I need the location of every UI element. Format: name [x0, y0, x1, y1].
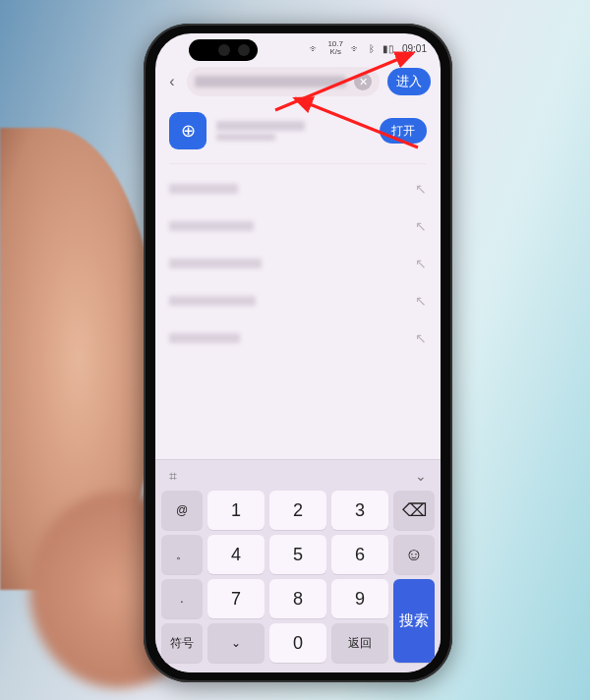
- key-4[interactable]: 4: [207, 535, 265, 574]
- fill-icon[interactable]: ↖: [415, 218, 427, 234]
- suggestion-text: [169, 333, 240, 343]
- key-5[interactable]: 5: [269, 535, 326, 574]
- search-bar: ‹ ✕ 进入: [165, 67, 431, 96]
- search-input[interactable]: [195, 76, 346, 88]
- kb-collapse-icon[interactable]: ⌄: [415, 468, 427, 485]
- suggestion-row[interactable]: ↖: [169, 320, 427, 357]
- key-backspace[interactable]: ⌫: [393, 491, 435, 530]
- clock: 09:01: [402, 43, 427, 54]
- hand-holding-phone: [0, 128, 157, 590]
- bt-icon: ᛒ: [369, 43, 375, 54]
- key-0[interactable]: 0: [269, 623, 326, 663]
- keyboard: ⌗ ⌄ @ 1 2 3 ⌫ 。 4 5 6 ☺ . 7 8 9 搜索 符号 ⌄: [155, 459, 441, 672]
- phone-frame: ᯤ 10.7 K/s ᯤ ᛒ ▮▯ 09:01 ‹ ✕ 进入 ⊕ 打开: [144, 24, 452, 682]
- key-dot[interactable]: .: [161, 579, 203, 618]
- key-search[interactable]: 搜索: [393, 579, 435, 663]
- key-return[interactable]: 返回: [331, 623, 388, 663]
- suggestion-row[interactable]: ↖: [169, 170, 427, 207]
- key-2[interactable]: 2: [269, 491, 326, 530]
- app-meta: [216, 118, 370, 144]
- fill-icon[interactable]: ↖: [415, 293, 427, 309]
- suggestion-row[interactable]: ↖: [169, 245, 427, 282]
- enter-button[interactable]: 进入: [387, 68, 431, 95]
- fill-icon[interactable]: ↖: [415, 330, 427, 346]
- clear-icon[interactable]: ✕: [354, 73, 372, 90]
- suggestion-text: [169, 184, 238, 194]
- suggestion-text: [169, 221, 254, 231]
- key-9[interactable]: 9: [331, 579, 388, 618]
- key-7[interactable]: 7: [207, 579, 265, 618]
- suggestions-list: ↖ ↖ ↖ ↖ ↖: [155, 164, 441, 357]
- result-subtitle: [216, 134, 275, 141]
- suggestion-row[interactable]: ↖: [169, 282, 427, 320]
- key-3[interactable]: 3: [331, 491, 388, 530]
- key-emoji[interactable]: ☺: [393, 535, 435, 574]
- app-icon: ⊕: [169, 112, 206, 149]
- key-6[interactable]: 6: [331, 535, 388, 574]
- fill-icon[interactable]: ↖: [415, 256, 427, 271]
- key-at[interactable]: @: [161, 491, 203, 530]
- fill-icon[interactable]: ↖: [415, 181, 427, 197]
- key-mic[interactable]: ⌄: [207, 623, 265, 663]
- battery-icon: ▮▯: [383, 43, 394, 54]
- key-period-cn[interactable]: 。: [161, 535, 203, 574]
- signal-icon: ᯤ: [310, 43, 320, 54]
- top-result[interactable]: ⊕ 打开: [169, 104, 427, 164]
- back-button[interactable]: ‹: [165, 73, 179, 90]
- camera-pill: [189, 39, 258, 61]
- suggestion-text: [169, 259, 262, 268]
- key-8[interactable]: 8: [269, 579, 326, 618]
- key-1[interactable]: 1: [207, 491, 265, 530]
- phone-screen: ᯤ 10.7 K/s ᯤ ᛒ ▮▯ 09:01 ‹ ✕ 进入 ⊕ 打开: [155, 33, 441, 672]
- search-field[interactable]: ✕: [187, 67, 380, 96]
- keyboard-toolbar: ⌗ ⌄: [161, 466, 435, 491]
- suggestion-row[interactable]: ↖: [169, 207, 427, 245]
- result-title: [216, 121, 305, 131]
- open-button[interactable]: 打开: [380, 118, 427, 144]
- net-speed: 10.7 K/s: [327, 40, 343, 56]
- kb-layout-icon[interactable]: ⌗: [169, 468, 177, 485]
- key-symbols[interactable]: 符号: [161, 623, 203, 663]
- suggestion-text: [169, 296, 256, 306]
- wifi-icon: ᯤ: [351, 43, 361, 54]
